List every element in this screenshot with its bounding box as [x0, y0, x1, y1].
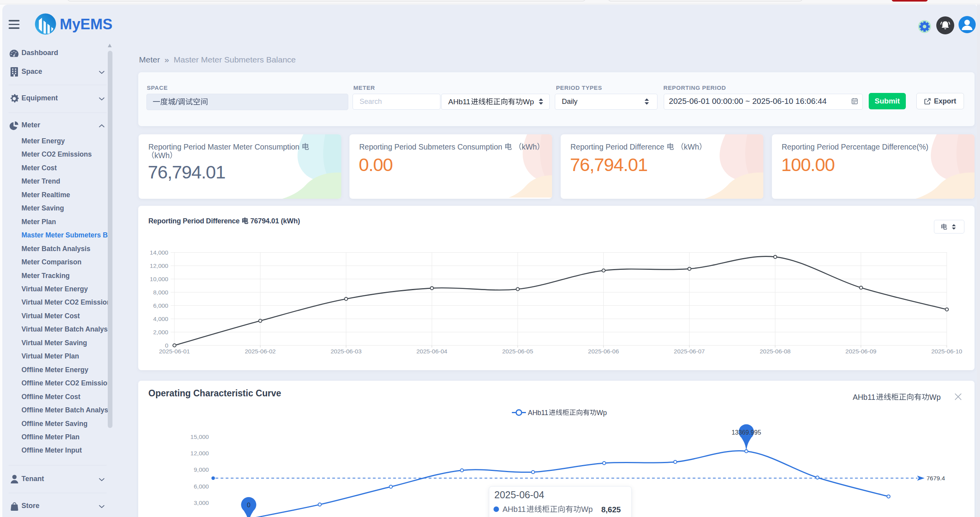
svg-text:7679.4: 7679.4	[927, 475, 945, 481]
svg-text:9,000: 9,000	[194, 466, 209, 473]
svg-text:6,000: 6,000	[194, 483, 209, 490]
svg-text:3,000: 3,000	[194, 499, 209, 506]
svg-text:15,000: 15,000	[191, 433, 209, 440]
svg-text:13369.995: 13369.995	[732, 429, 761, 436]
svg-text:AHb11: AHb11	[502, 505, 526, 513]
svg-text:0: 0	[247, 502, 250, 508]
svg-text:12,000: 12,000	[191, 450, 209, 456]
